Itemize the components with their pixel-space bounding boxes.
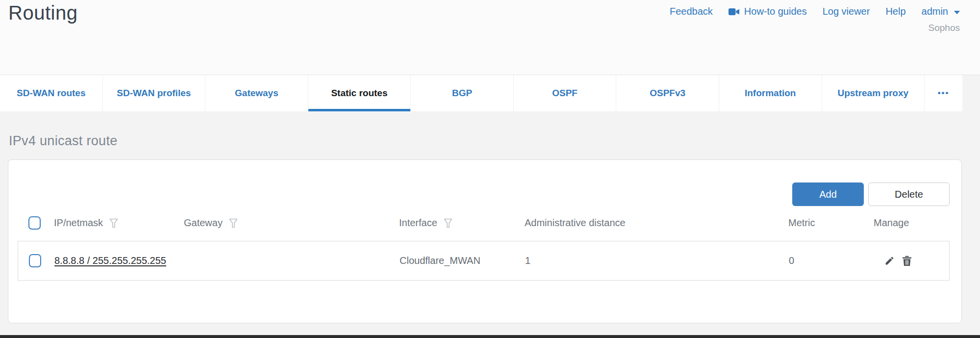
utility-nav: Feedback How-to guides Log viewer Help a… (670, 6, 960, 17)
filter-icon[interactable] (444, 218, 452, 228)
table-body: 8.8.8.8 / 255.255.255.255 Cloudflare_MWA… (18, 241, 950, 281)
interface-cell: Cloudflare_MWAN (382, 255, 507, 266)
table-row: 8.8.8.8 / 255.255.255.255 Cloudflare_MWA… (18, 241, 950, 281)
tab-sd-wan-profiles[interactable]: SD-WAN profiles (102, 75, 205, 111)
column-header-metric: Metric (771, 217, 856, 229)
delete-button[interactable]: Delete (868, 182, 950, 206)
video-camera-icon (729, 8, 740, 16)
filter-icon[interactable] (229, 218, 238, 228)
tab-sd-wan-routes[interactable]: SD-WAN routes (0, 75, 102, 111)
admin-menu[interactable]: admin (922, 6, 960, 17)
row-checkbox[interactable] (29, 254, 41, 267)
tab-bar-background: SD-WAN routesSD-WAN profilesGatewaysStat… (0, 75, 980, 111)
tab-upstream-proxy[interactable]: Upstream proxy (822, 75, 925, 111)
log-viewer-link[interactable]: Log viewer (823, 6, 870, 17)
window-edge (0, 335, 980, 338)
metric-cell: 0 (771, 255, 856, 266)
column-label: Interface (399, 217, 437, 229)
admin-distance-cell: 1 (507, 255, 771, 266)
help-label: Help (885, 6, 905, 17)
column-label: Administrative distance (525, 217, 626, 229)
route-link[interactable]: 8.8.8.8 / 255.255.255.255 (54, 255, 166, 266)
column-header-ip-netmask: IP/netmask (53, 217, 166, 229)
select-all-checkbox[interactable] (28, 216, 41, 230)
table-header: IP/netmaskGatewayInterfaceAdministrative… (18, 214, 950, 231)
column-header-interface: Interface (381, 217, 507, 229)
tab-overflow-menu[interactable]: ••• (924, 75, 962, 111)
edit-icon[interactable] (884, 256, 895, 266)
admin-label: admin (922, 6, 948, 17)
tab-static-routes[interactable]: Static routes (308, 75, 411, 111)
tab-information[interactable]: Information (719, 75, 822, 111)
help-link[interactable]: Help (885, 6, 905, 17)
section-heading: IPv4 unicast route (9, 133, 972, 149)
tab-ospf[interactable]: OSPF (513, 75, 616, 111)
tab-bgp[interactable]: BGP (410, 75, 513, 111)
account-name: Sophos (929, 23, 960, 33)
tab-gateways[interactable]: Gateways (205, 75, 308, 111)
page-header: Routing Feedback How-to guides Log viewe… (0, 0, 980, 75)
feedback-link[interactable]: Feedback (670, 6, 713, 17)
routes-panel: Add Delete IP/netmaskGatewayInterfaceAdm… (8, 159, 962, 323)
chevron-down-icon (954, 10, 960, 15)
actions-toolbar: Add Delete (18, 182, 950, 206)
column-label: Gateway (184, 217, 223, 229)
log-viewer-label: Log viewer (823, 6, 870, 17)
page-title: Routing (8, 2, 77, 24)
select-all-cell (18, 216, 53, 230)
column-header-gateway: Gateway (166, 217, 381, 229)
column-label: Manage (874, 217, 909, 229)
column-header-administrative-distance: Administrative distance (507, 217, 771, 229)
howto-guides-label: How-to guides (744, 6, 807, 17)
delete-icon[interactable] (902, 256, 912, 266)
filter-icon[interactable] (109, 218, 118, 228)
tab-ospfv3[interactable]: OSPFv3 (616, 75, 719, 111)
column-label: IP/netmask (54, 217, 103, 229)
column-header-manage: Manage (856, 217, 950, 229)
add-button[interactable]: Add (792, 182, 864, 206)
column-label: Metric (788, 217, 815, 229)
feedback-label: Feedback (670, 6, 713, 17)
howto-guides-link[interactable]: How-to guides (729, 6, 807, 17)
row-select-cell (18, 254, 54, 267)
tab-bar: SD-WAN routesSD-WAN profilesGatewaysStat… (0, 75, 962, 111)
manage-cell (856, 256, 949, 266)
ip-netmask-cell: 8.8.8.8 / 255.255.255.255 (54, 255, 167, 266)
main-content: IPv4 unicast route Add Delete IP/netmask… (0, 133, 980, 323)
